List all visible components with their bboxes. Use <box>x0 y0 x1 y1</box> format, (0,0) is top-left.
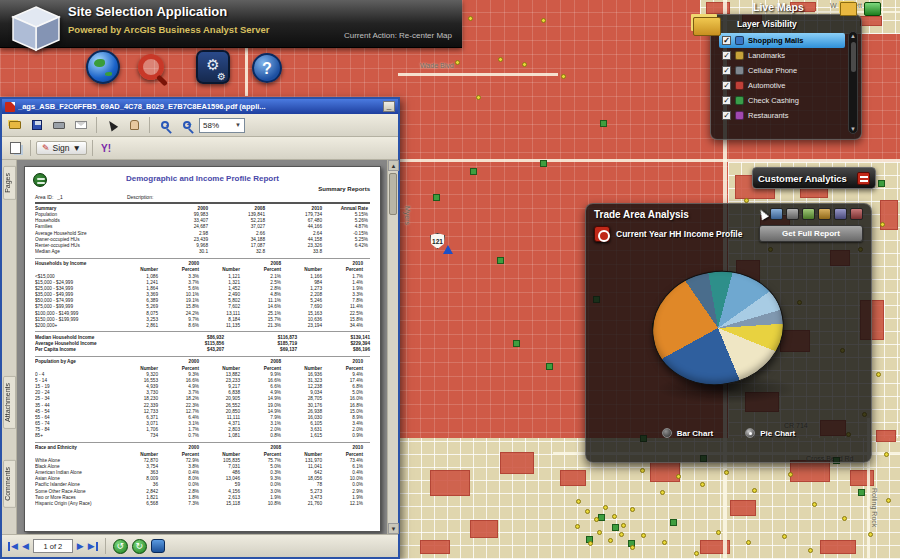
document-scrollbar[interactable]: ▲ ▼ <box>387 160 398 534</box>
minimize-button[interactable]: _ <box>383 101 395 112</box>
pan-tool-icon[interactable] <box>770 208 783 220</box>
zoom-level-value: 58% <box>203 121 219 130</box>
store-marker[interactable] <box>513 340 520 347</box>
store-marker[interactable] <box>433 194 440 201</box>
report-row: $200,000+2,8618.6%11,13521.3%23,19434.4% <box>35 323 370 329</box>
customer-dot <box>640 468 645 473</box>
toolbar-separator <box>96 117 97 133</box>
store-marker[interactable] <box>497 257 504 264</box>
help-tool-icon[interactable]: ? <box>252 53 282 83</box>
store-marker[interactable] <box>670 519 677 526</box>
store-marker[interactable] <box>878 180 885 187</box>
hand-tool-button[interactable] <box>124 116 144 134</box>
folder-icon-button[interactable] <box>840 2 857 16</box>
store-marker[interactable] <box>470 168 477 175</box>
store-marker[interactable] <box>858 489 865 496</box>
layer-checkbox[interactable]: ✓ <box>722 66 731 75</box>
next-page-button[interactable]: ▶ <box>77 542 84 551</box>
scroll-down-icon[interactable]: ▼ <box>388 523 399 534</box>
scroll-up-icon[interactable]: ▲ <box>849 33 857 39</box>
layer-item-shopping-malls[interactable]: ✓Shopping Malls <box>719 33 845 48</box>
select-tool-button[interactable] <box>102 116 122 134</box>
zoom-level-select[interactable]: 58% ▼ <box>199 118 245 133</box>
store-marker[interactable] <box>546 363 553 370</box>
next-view-button[interactable]: ↻ <box>132 539 147 554</box>
layer-item-landmarks[interactable]: ✓Landmarks <box>719 48 845 63</box>
chart-tool-icon[interactable] <box>818 208 831 220</box>
customer-dot <box>886 498 891 503</box>
radio-bar-chart[interactable]: Bar Chart <box>662 428 713 438</box>
scroll-up-icon[interactable]: ▲ <box>388 160 399 171</box>
page-indicator[interactable]: 1 of 2 <box>33 539 73 553</box>
live-maps-folder-icon[interactable] <box>693 17 721 36</box>
selected-site-marker[interactable] <box>443 245 453 254</box>
previous-page-button[interactable]: ◀ <box>22 542 29 551</box>
radio-button-icon[interactable] <box>745 428 755 438</box>
layer-checkbox[interactable]: ✓ <box>722 81 731 90</box>
zoom-out-button[interactable]: - <box>155 116 175 134</box>
customer-dot <box>746 540 751 545</box>
info-tool-icon[interactable] <box>850 208 863 220</box>
disk-icon <box>32 120 42 130</box>
table-tool-icon[interactable] <box>834 208 847 220</box>
description-label: Description: <box>127 194 153 200</box>
store-marker[interactable] <box>612 524 619 531</box>
layer-checkbox[interactable]: ✓ <box>722 36 731 45</box>
store-marker[interactable] <box>540 160 547 167</box>
store-marker[interactable] <box>598 514 605 521</box>
scroll-down-icon[interactable]: ▼ <box>849 126 857 132</box>
cursor-icon <box>106 119 118 132</box>
live-maps-panel: Layer Visibility ✓Shopping Malls✓Landmar… <box>710 14 862 140</box>
scrollbar-thumb[interactable] <box>389 173 397 215</box>
scrollbar-thumb[interactable] <box>851 42 856 72</box>
layer-checkbox[interactable]: ✓ <box>722 96 731 105</box>
check-cashing-icon <box>735 96 744 105</box>
yahoo-toolbar-logo[interactable]: Y! <box>98 143 114 154</box>
sign-label: Sign <box>53 143 70 153</box>
tab-comments[interactable]: Comments <box>3 460 16 508</box>
pdf-document-area[interactable]: Demographic and Income Profile Report Su… <box>17 160 387 534</box>
automotive-icon <box>735 81 744 90</box>
section-divider <box>35 356 370 357</box>
layer-item-automotive[interactable]: ✓Automotive <box>719 78 845 93</box>
layer-item-restaurants[interactable]: ✓Restaurants <box>719 108 845 123</box>
tab-attachments[interactable]: Attachments <box>3 376 16 429</box>
layer-checkbox[interactable]: ✓ <box>722 51 731 60</box>
trade-area-header: Trade Area Analysis <box>586 204 871 222</box>
settings-tool-icon[interactable]: ⚙⚙ <box>196 50 230 84</box>
search-tool-icon[interactable] <box>138 54 164 80</box>
layer-item-check-cashing[interactable]: ✓Check Cashing <box>719 93 845 108</box>
customer-dot <box>455 60 460 65</box>
zoom-tool-icon[interactable] <box>786 208 799 220</box>
first-page-button[interactable]: ◀ <box>8 542 18 551</box>
globe-tool-icon[interactable] <box>86 50 120 84</box>
layers-icon-button[interactable] <box>864 2 881 16</box>
page-layout-button[interactable] <box>5 139 25 157</box>
zoom-in-button[interactable]: + <box>177 116 197 134</box>
store-marker[interactable] <box>600 120 607 127</box>
pdf-toolbar-main: - + 58% ▼ <box>2 114 398 137</box>
toolbar-separator <box>149 117 150 133</box>
radio-button-icon[interactable] <box>662 428 672 438</box>
open-file-button[interactable] <box>5 116 25 134</box>
sign-button[interactable]: ✎ Sign ▼ <box>36 141 87 155</box>
save-button[interactable] <box>27 116 47 134</box>
layer-list-scrollbar[interactable]: ▲ ▼ <box>848 31 858 134</box>
layer-item-cellular-phone[interactable]: ✓Cellular Phone <box>719 63 845 78</box>
pdf-title-bar[interactable]: _ags_ASB_F2C6FFB5_69AD_4C78_B029_E7B7C8E… <box>2 99 398 114</box>
customer-dot <box>812 502 817 507</box>
customer-dot <box>522 62 527 67</box>
last-page-button[interactable]: ▶ <box>88 542 98 551</box>
shopping-malls-icon <box>735 36 744 45</box>
layers-tool-icon[interactable] <box>802 208 815 220</box>
layer-checkbox[interactable]: ✓ <box>722 111 731 120</box>
print-button[interactable] <box>49 116 69 134</box>
customer-analytics-button[interactable]: Customer Analytics <box>752 167 876 189</box>
view-mode-button[interactable] <box>151 539 165 553</box>
previous-view-button[interactable]: ↺ <box>113 539 128 554</box>
email-button[interactable] <box>71 116 91 134</box>
get-full-report-button[interactable]: Get Full Report <box>759 225 863 242</box>
radio-pie-chart[interactable]: Pie Chart <box>745 428 795 438</box>
cursor-tool-icon[interactable] <box>757 208 769 221</box>
tab-pages[interactable]: Pages <box>3 166 16 200</box>
